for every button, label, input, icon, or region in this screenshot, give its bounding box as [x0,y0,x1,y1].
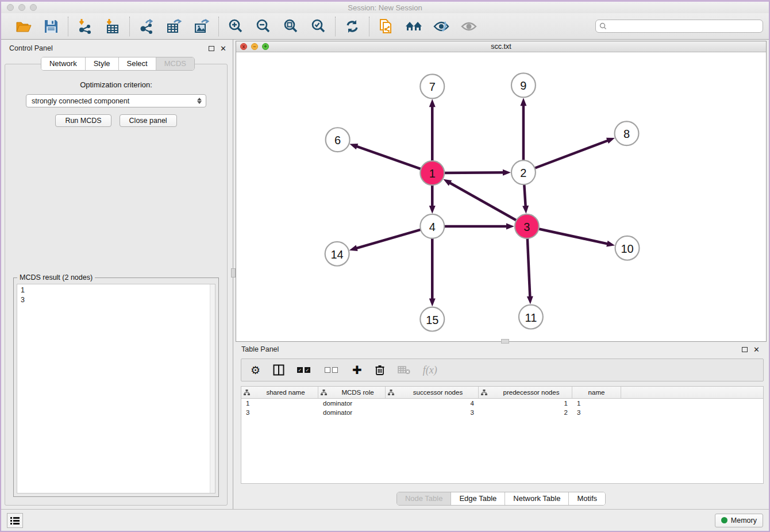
duplicate-network-button[interactable] [377,17,395,36]
table-row[interactable]: 1 dominator 4 1 1 [241,399,763,408]
task-history-button[interactable] [7,513,23,528]
graph-node-label: 11 [525,311,537,324]
zoom-fit-button[interactable] [282,17,300,36]
graph-edge-3-1[interactable] [449,183,518,221]
cell-successor-nodes[interactable]: 4 [386,399,479,408]
table-panel: Table Panel ✕ ⚙ ✚ [236,342,769,509]
column-header-mcds-role[interactable]: MCDS role [318,387,386,398]
criterion-select[interactable]: strongly connected component [26,94,206,107]
graph-edge-2-3[interactable] [524,183,526,207]
cell-shared-name[interactable]: 3 [241,408,318,417]
network-resize-grip[interactable] [501,339,509,344]
zoom-out-button[interactable] [254,17,272,36]
tab-motifs[interactable]: Motifs [569,492,605,505]
cell-name[interactable]: 3 [572,408,621,417]
zoom-out-icon [255,18,271,34]
cell-predecessor-nodes[interactable]: 2 [479,408,572,417]
show-hidden-button[interactable] [460,17,478,36]
graph-edge-arrowhead [429,299,436,307]
houses-icon [405,19,422,34]
float-panel-icon[interactable] [209,46,214,51]
graph-edge-arrowhead [443,179,452,186]
export-image-button[interactable] [192,17,211,36]
show-columns-button[interactable] [273,363,284,377]
import-network-button[interactable] [76,17,94,36]
float-table-panel-icon[interactable] [742,347,748,352]
list-icon [10,516,20,525]
network-graph: 7968124314101511 [236,52,766,341]
column-header-predecessor-nodes[interactable]: predecessor nodes [479,387,572,398]
close-table-panel-icon[interactable]: ✕ [753,346,760,353]
graph-edge-arrowhead [520,98,526,106]
deselect-all-columns-button[interactable] [325,363,340,377]
export-table-icon [166,18,182,34]
cell-mcds-role[interactable]: dominator [318,399,386,408]
apply-layout-button[interactable] [343,17,361,36]
cell-name[interactable]: 1 [572,399,621,408]
panel-splitter[interactable] [231,40,236,509]
optimization-criterion-label: Optimization criterion: [12,80,220,89]
eye-icon [461,20,477,33]
search-input[interactable] [609,22,759,30]
cell-shared-name[interactable]: 1 [241,399,318,408]
cell-predecessor-nodes[interactable]: 1 [479,399,572,408]
select-all-columns-button[interactable] [297,363,312,377]
tab-node-table[interactable]: Node Table [397,492,452,505]
tab-mcds[interactable]: MCDS [156,57,194,70]
close-panel-button[interactable]: Close panel [120,114,177,127]
table-toolbar: ⚙ ✚ f(x) [241,358,764,381]
main-toolbar [1,13,769,40]
column-header-shared-name[interactable]: shared name [241,387,318,398]
tab-edge-table[interactable]: Edge Table [451,492,505,505]
graph-edge-arrowhead [429,206,436,214]
hide-selected-button[interactable] [432,17,451,36]
select-stepper-icon [195,98,203,104]
zoom-selected-button[interactable] [309,17,328,36]
import-table-button[interactable] [103,17,122,36]
graph-edge-1-6[interactable] [356,146,423,169]
column-header-successor-nodes[interactable]: successor nodes [386,387,479,398]
close-panel-icon[interactable]: ✕ [220,45,226,52]
unchecked-box-icon [332,367,338,373]
tab-network[interactable]: Network [41,57,86,70]
export-network-button[interactable] [137,17,156,36]
mcds-panel: Optimization criterion: strongly connect… [5,64,228,506]
add-column-button[interactable]: ✚ [352,363,362,377]
graph-edge-arrowhead [527,296,533,304]
tab-network-table[interactable]: Network Table [505,492,569,505]
graph-edge-2-8[interactable] [533,140,609,169]
graph-node-label: 8 [623,128,630,140]
run-mcds-button[interactable]: Run MCDS [55,114,111,127]
cell-successor-nodes[interactable]: 3 [386,408,479,417]
splitter-grip[interactable] [231,268,236,277]
graph-edge-1-2[interactable] [442,172,504,173]
graph-edge-3-10[interactable] [537,229,608,244]
tab-style[interactable]: Style [86,57,119,70]
table-header-row: shared name MCDS role successor nodes [241,387,763,399]
export-table-button[interactable] [165,17,183,36]
network-canvas[interactable]: 7968124314101511 [236,52,766,341]
import-network-icon [77,18,93,34]
delete-column-button[interactable] [375,363,385,377]
show-all-button[interactable] [405,17,423,36]
mcds-result-item[interactable]: 1 [21,286,215,295]
table-row[interactable]: 3 dominator 3 2 3 [241,408,763,417]
tab-select[interactable]: Select [119,57,156,70]
save-session-button[interactable] [42,17,60,36]
zoom-in-button[interactable] [226,17,245,36]
cell-mcds-role[interactable]: dominator [318,408,386,417]
memory-label: Memory [731,516,757,525]
graph-node-label: 1 [429,167,436,180]
graph-edge-4-14[interactable] [356,229,422,248]
graph-edge-3-11[interactable] [528,237,530,298]
mcds-result-item[interactable]: 3 [21,295,215,305]
table-settings-button[interactable]: ⚙ [251,363,260,377]
column-header-name[interactable]: name [572,387,621,398]
memory-button[interactable]: Memory [715,514,763,527]
mcds-result-list[interactable]: 1 3 [17,284,215,494]
network-window-titlebar[interactable]: x − + scc.txt [236,41,766,52]
graph-edge-arrowhead [349,245,358,252]
scrollbar-track[interactable] [210,284,215,493]
open-file-button[interactable] [14,17,33,36]
search-field[interactable] [595,20,763,33]
